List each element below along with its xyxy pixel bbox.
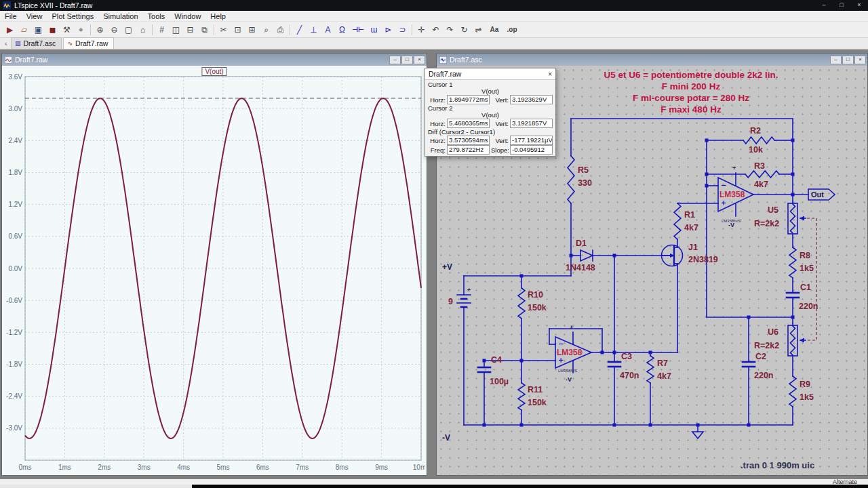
label-c1[interactable]: C1 xyxy=(800,283,811,292)
dialog-close-icon[interactable]: × xyxy=(548,70,552,78)
redo-icon[interactable]: ↷ xyxy=(443,23,457,37)
rotate-icon[interactable]: ↻ xyxy=(457,23,471,37)
comment-line-2[interactable]: F mini 200 Hz xyxy=(662,81,721,92)
zoom-area-icon[interactable]: ▢ xyxy=(121,23,136,37)
cursor2-vert-field[interactable]: 3.1921857V xyxy=(510,119,553,128)
wire-icon[interactable]: ╱ xyxy=(292,23,307,37)
label-r9[interactable]: R9 xyxy=(800,380,810,389)
label-icon[interactable]: A xyxy=(321,23,335,37)
value-u5[interactable]: R=2k2 xyxy=(754,219,779,228)
schematic-window-titlebar[interactable]: Draft7.asc –□× xyxy=(437,54,867,66)
comment-line-3[interactable]: F mi-course potar = 280 Hz xyxy=(633,93,749,103)
u2-vminus[interactable]: -V xyxy=(728,222,734,228)
value-battery[interactable]: 9 xyxy=(448,297,453,306)
comment-line-4[interactable]: F maxi 480 Hz xyxy=(660,104,722,115)
label-u1-lm358[interactable]: LM358 xyxy=(557,348,583,357)
zoom-out-icon[interactable]: ⊖ xyxy=(107,23,121,37)
label-j1[interactable]: J1 xyxy=(688,243,698,252)
taskbar-strip[interactable] xyxy=(0,485,868,488)
zoom-in-icon[interactable]: ⊕ xyxy=(93,23,107,37)
tab-draft7-asc[interactable]: ▥Draft7.asc xyxy=(11,37,62,49)
run-icon[interactable]: ▶ xyxy=(3,23,17,37)
label-r11[interactable]: R11 xyxy=(528,385,542,394)
menu-view[interactable]: View xyxy=(22,12,47,21)
value-r7[interactable]: 4k7 xyxy=(657,371,671,381)
child-minimize-button[interactable]: – xyxy=(830,56,842,64)
menu-window[interactable]: Window xyxy=(170,12,205,21)
label-minus-v[interactable]: -V xyxy=(442,433,450,443)
diode-icon[interactable]: ⊳ xyxy=(381,23,395,37)
value-u6[interactable]: R=2k2 xyxy=(754,341,779,350)
undo-icon[interactable]: ↶ xyxy=(429,23,443,37)
ground-icon[interactable]: ⊥ xyxy=(307,23,321,37)
print-icon[interactable]: ⎙ xyxy=(273,23,288,37)
label-c2[interactable]: C2 xyxy=(755,352,766,361)
label-u2-lm358[interactable]: LM358 xyxy=(719,190,745,199)
grid-icon[interactable]: # xyxy=(155,23,169,37)
child-restore-button[interactable]: □ xyxy=(401,56,413,64)
mirror-icon[interactable]: ⇌ xyxy=(471,23,486,37)
value-r3[interactable]: 4k7 xyxy=(754,180,768,189)
u1-vplus[interactable]: + xyxy=(570,324,573,331)
save-icon[interactable]: ▣ xyxy=(31,23,45,37)
cursor-dialog[interactable]: Draft7.raw × Cursor 1 V(out) Horz: 1.894… xyxy=(425,68,556,157)
maximize-button[interactable]: □ xyxy=(833,0,850,11)
waveform-window-titlebar[interactable]: Draft7.raw –□× xyxy=(2,54,427,66)
child-minimize-button[interactable]: – xyxy=(389,56,401,64)
value-r8[interactable]: 1k5 xyxy=(800,264,814,273)
label-c4[interactable]: C4 xyxy=(491,355,502,365)
minimize-button[interactable]: – xyxy=(815,0,833,11)
out-flag-label[interactable]: Out xyxy=(811,190,824,199)
child-close-button[interactable]: × xyxy=(414,56,425,64)
battery-plus[interactable]: + xyxy=(467,287,471,293)
value-c2[interactable]: 220n xyxy=(754,371,774,380)
schematic-wires[interactable] xyxy=(457,119,835,439)
label-u5[interactable]: U5 xyxy=(768,205,778,215)
label-c3[interactable]: C3 xyxy=(621,352,632,361)
menu-tools[interactable]: Tools xyxy=(143,12,170,21)
text-icon[interactable]: Aa xyxy=(486,23,503,37)
value-j1[interactable]: 2N3819 xyxy=(688,255,718,264)
resistor-icon[interactable]: Ω xyxy=(335,23,349,37)
move-icon[interactable]: ✛ xyxy=(414,23,429,37)
value-r1[interactable]: 4k7 xyxy=(684,223,698,232)
comment-line-1[interactable]: U5 et U6 = potentiomètre double 2k2 lin. xyxy=(604,70,778,80)
value-r10[interactable]: 150k xyxy=(528,303,547,312)
label-d1[interactable]: D1 xyxy=(576,239,587,248)
paste-icon[interactable]: ⊞ xyxy=(245,23,259,37)
menu-simulation[interactable]: Simulation xyxy=(98,12,142,21)
value-c1[interactable]: 220n xyxy=(799,302,818,311)
directive-tran[interactable]: .tran 0 1 990m uic xyxy=(741,460,814,470)
capacitor-icon[interactable]: ⊣⊢ xyxy=(349,23,367,37)
child-restore-button[interactable]: □ xyxy=(842,56,854,64)
tab-scroll-left-icon[interactable]: ‹ xyxy=(1,40,11,47)
subtext-u1[interactable]: LM358N/S xyxy=(558,369,577,373)
probe-icon[interactable]: ⌖ xyxy=(74,23,88,37)
label-r5[interactable]: R5 xyxy=(578,165,589,175)
waveform-plot[interactable]: 3.6V3.0V2.4V1.8V1.2V0.6V0.0V-0.6V-1.2V-1… xyxy=(2,66,425,474)
label-r2[interactable]: R2 xyxy=(750,126,761,136)
spice-directive-icon[interactable]: .op xyxy=(503,23,521,37)
u2-vplus[interactable]: + xyxy=(732,165,736,171)
value-c4[interactable]: 100µ xyxy=(490,377,509,386)
value-r2[interactable]: 10k xyxy=(749,145,763,155)
tile-vertical-icon[interactable]: ◫ xyxy=(169,23,183,37)
label-r3[interactable]: R3 xyxy=(754,161,765,171)
value-r11[interactable]: 150k xyxy=(528,398,547,407)
copy-icon[interactable]: ⊡ xyxy=(231,23,245,37)
close-button[interactable]: × xyxy=(850,0,868,11)
open-icon[interactable]: ▱ xyxy=(17,23,31,37)
find-icon[interactable]: ⌕ xyxy=(259,23,273,37)
freq-field[interactable]: 279.8722Hz xyxy=(447,145,490,155)
component-icon[interactable]: ⊃ xyxy=(395,23,410,37)
menu-help[interactable]: Help xyxy=(205,12,231,21)
label-plus-v[interactable]: +V xyxy=(442,262,452,272)
cursor-dialog-titlebar[interactable]: Draft7.raw × xyxy=(425,68,555,80)
cursor1-horz-field[interactable]: 1.8949772ms xyxy=(447,95,490,104)
menu-plot-settings[interactable]: Plot Settings xyxy=(47,12,98,21)
inductor-icon[interactable]: ɯ xyxy=(367,23,381,37)
child-close-button[interactable]: × xyxy=(854,56,866,64)
control-panel-icon[interactable]: ⚒ xyxy=(60,23,74,37)
halt-icon[interactable]: ◼ xyxy=(45,23,60,37)
tab-draft7-raw[interactable]: ∿Draft7.raw xyxy=(63,37,114,49)
